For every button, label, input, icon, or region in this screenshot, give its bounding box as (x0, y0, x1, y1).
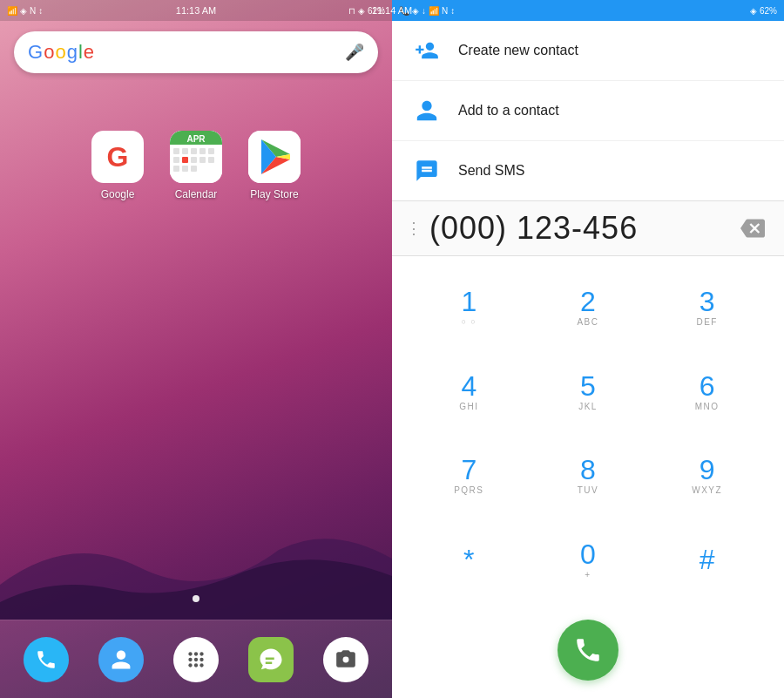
usb-icon: ↕ (38, 6, 43, 16)
dialpad: 1 ○ ○ 2 ABC 3 DEF 4 GHI 5 JKL 6 MNO 7 PQ… (392, 256, 784, 611)
digit-9: 9 (700, 456, 715, 484)
sms-label: Send SMS (458, 163, 524, 179)
letters-1: ○ ○ (461, 317, 476, 326)
dock-contacts-button[interactable] (98, 637, 144, 682)
status-bar-left: 📶 ◈ N ↕ 11:13 AM ⊓ ◈ 62% (0, 0, 392, 21)
letters-4: GHI (459, 402, 478, 411)
g-letter-3: o (55, 41, 65, 64)
digit-hash: # (700, 544, 715, 576)
app-icon-google[interactable]: G Google (91, 131, 144, 200)
vpn-r-icon: ◈ (750, 6, 757, 16)
digit-4: 4 (461, 372, 476, 400)
status-icons-left: 📶 ◈ N ↕ (7, 6, 43, 16)
signal-r-icon: 📶 (429, 6, 439, 16)
letters-0: + (585, 570, 591, 579)
drag-handle-icon: ⋮ (406, 219, 422, 238)
home-icons: G Google APR (0, 131, 392, 200)
letters-3: DEF (696, 317, 718, 327)
svg-point-23 (199, 657, 203, 661)
svg-point-24 (188, 663, 192, 667)
backspace-button[interactable] (735, 211, 770, 246)
dial-key-6[interactable]: 6 MNO (647, 349, 767, 434)
create-contact-label: Create new contact (458, 43, 578, 58)
wifi-r-icon: ◈ (412, 6, 419, 16)
dial-key-star[interactable]: * (409, 518, 529, 602)
playstore-app-label: Play Store (250, 188, 298, 200)
vpn-icon: ◈ (358, 6, 365, 16)
svg-rect-7 (208, 148, 214, 154)
svg-rect-13 (173, 166, 179, 172)
add-contact-label: Add to a contact (458, 103, 559, 119)
app-icon-playstore[interactable]: Play Store (248, 131, 301, 200)
svg-point-21 (188, 657, 192, 661)
bottom-dock (0, 620, 392, 698)
svg-rect-12 (208, 157, 214, 163)
nfc-icon: N (30, 6, 36, 16)
wifi-icon: ◈ (20, 6, 27, 16)
g-letter-4: g (67, 41, 78, 64)
svg-rect-6 (199, 148, 206, 154)
status-bar-right: 📞 ◈ ↓ 📶 N ↕ 11:14 AM ◈ 62% (392, 0, 784, 21)
digit-1: 1 (461, 288, 476, 315)
svg-text:APR: APR (186, 134, 206, 144)
download-icon: ↓ (422, 6, 426, 16)
svg-rect-11 (199, 157, 206, 163)
svg-rect-5 (191, 148, 197, 154)
digit-5: 5 (580, 372, 596, 400)
digit-7: 7 (461, 456, 476, 484)
svg-point-25 (194, 663, 198, 667)
dial-key-9[interactable]: 9 WXYZ (647, 434, 767, 518)
contact-options-menu: Create new contact Add to a contact Send… (392, 21, 784, 201)
add-to-contact-option[interactable]: Add to a contact (392, 81, 784, 141)
svg-rect-3 (173, 148, 179, 154)
dock-phone-button[interactable] (24, 637, 69, 682)
dial-key-0[interactable]: 0 + (529, 518, 648, 602)
calendar-app-icon: APR (170, 131, 222, 183)
page-dot-active (193, 595, 199, 602)
dial-key-4[interactable]: 4 GHI (409, 349, 529, 434)
create-new-contact-option[interactable]: Create new contact (392, 21, 784, 81)
app-icon-calendar[interactable]: APR Calendar (170, 131, 222, 200)
dial-key-1[interactable]: 1 ○ ○ (409, 265, 529, 349)
letters-2: ABC (577, 317, 598, 327)
dock-messages-button[interactable] (248, 637, 294, 682)
svg-point-18 (188, 652, 192, 655)
svg-rect-9 (182, 157, 188, 163)
phone-number-text: (000) 123-456 (429, 210, 735, 247)
google-logo: Google (28, 41, 345, 64)
dock-apps-button[interactable] (173, 637, 219, 682)
svg-rect-10 (191, 157, 197, 163)
call-button-row (392, 611, 784, 698)
digit-6: 6 (700, 372, 715, 400)
page-indicator (0, 595, 392, 602)
google-app-icon: G (91, 131, 144, 183)
dial-key-hash[interactable]: # (647, 518, 767, 602)
calendar-app-label: Calendar (175, 188, 218, 200)
call-button[interactable] (558, 620, 618, 681)
letters-9: WXYZ (692, 485, 722, 495)
send-sms-option[interactable]: Send SMS (392, 141, 784, 200)
digit-star: * (463, 544, 474, 576)
dial-key-3[interactable]: 3 DEF (647, 265, 767, 349)
call-button-icon (573, 635, 603, 665)
google-app-label: Google (101, 188, 135, 200)
right-panel: 📞 ◈ ↓ 📶 N ↕ 11:14 AM ◈ 62% Create new co… (392, 0, 784, 698)
dial-key-2[interactable]: 2 ABC (529, 265, 648, 349)
letters-5: JKL (578, 402, 598, 411)
google-search-bar[interactable]: Google 🎤 (14, 31, 378, 73)
create-contact-icon (413, 37, 441, 64)
svg-point-19 (194, 652, 198, 655)
svg-rect-4 (182, 148, 188, 154)
nfc-r-icon: N (442, 6, 448, 16)
dial-key-7[interactable]: 7 PQRS (409, 434, 529, 518)
digit-2: 2 (580, 288, 596, 315)
dial-key-8[interactable]: 8 TUV (529, 434, 648, 518)
dock-camera-button[interactable] (323, 637, 368, 682)
svg-rect-14 (182, 166, 188, 172)
mic-icon[interactable]: 🎤 (345, 43, 364, 62)
dial-key-5[interactable]: 5 JKL (529, 349, 648, 434)
svg-point-26 (199, 663, 203, 667)
status-time-left: 11:13 AM (176, 5, 216, 16)
svg-point-20 (199, 652, 203, 655)
left-panel: 📶 ◈ N ↕ 11:13 AM ⊓ ◈ 62% Google 🎤 G (0, 0, 392, 698)
